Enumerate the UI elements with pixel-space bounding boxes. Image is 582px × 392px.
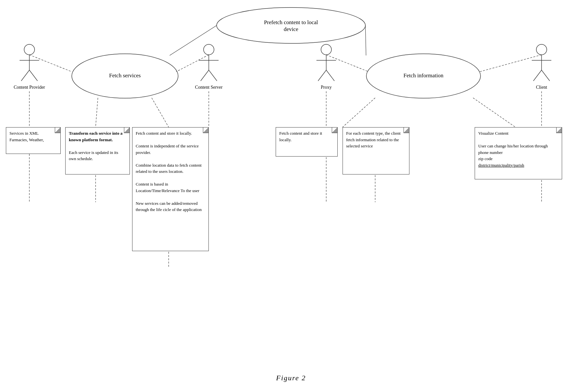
svg-line-19 bbox=[201, 70, 209, 81]
svg-line-7 bbox=[170, 25, 217, 55]
svg-line-33 bbox=[533, 70, 542, 81]
note-visualize: Visualize ContentUser can change his/her… bbox=[475, 127, 562, 179]
note-fetch-store-proxy: Fetch content and store it locally. bbox=[276, 127, 338, 157]
svg-point-9 bbox=[24, 44, 35, 55]
note-fetch-store-proxy-text: Fetch content and store it locally. bbox=[279, 131, 322, 142]
svg-line-12 bbox=[21, 70, 29, 81]
svg-line-37 bbox=[29, 55, 72, 72]
diagram-svg: Prefetch content to local device Fetch s… bbox=[0, 0, 582, 392]
svg-text:Content Server: Content Server bbox=[195, 85, 223, 90]
svg-point-30 bbox=[536, 44, 547, 55]
svg-point-0 bbox=[217, 8, 365, 43]
note-fetch-store-content-text: Fetch content and store it locally.Conte… bbox=[136, 131, 202, 212]
svg-line-41 bbox=[96, 98, 98, 127]
svg-line-44 bbox=[473, 98, 515, 127]
note-content-type: For each content type, the client fetch … bbox=[343, 127, 409, 174]
figure-label: Figure 2 bbox=[276, 374, 306, 382]
svg-line-38 bbox=[176, 55, 209, 72]
svg-line-27 bbox=[326, 70, 334, 81]
svg-text:Fetch information: Fetch information bbox=[404, 72, 444, 79]
svg-line-40 bbox=[480, 55, 542, 72]
note-services-xml: Services in XMLFarmacies, Weather, bbox=[6, 127, 61, 154]
diagram-container: Prefetch content to local device Fetch s… bbox=[0, 0, 582, 392]
svg-text:device: device bbox=[284, 26, 298, 32]
svg-point-23 bbox=[321, 44, 331, 55]
svg-line-34 bbox=[542, 70, 550, 81]
svg-line-20 bbox=[209, 70, 217, 81]
note-fetch-store-content: Fetch content and store it locally.Conte… bbox=[132, 127, 209, 251]
note-visualize-text: Visualize ContentUser can change his/her… bbox=[478, 131, 548, 168]
svg-text:Client: Client bbox=[536, 85, 547, 90]
svg-line-8 bbox=[365, 25, 366, 55]
note-transform-text: Transform each service into a known plat… bbox=[69, 131, 122, 161]
svg-line-43 bbox=[343, 98, 375, 127]
svg-line-39 bbox=[326, 55, 369, 72]
svg-line-26 bbox=[318, 70, 326, 81]
svg-line-42 bbox=[152, 98, 169, 127]
note-services-xml-text: Services in XMLFarmacies, Weather, bbox=[9, 131, 44, 142]
svg-text:Content Provider: Content Provider bbox=[14, 85, 45, 90]
svg-text:Proxy: Proxy bbox=[321, 85, 331, 90]
svg-point-16 bbox=[204, 44, 214, 55]
svg-text:Prefetch content to local: Prefetch content to local bbox=[264, 19, 318, 25]
note-content-type-text: For each content type, the client fetch … bbox=[346, 131, 401, 148]
note-transform: Transform each service into a known plat… bbox=[65, 127, 130, 174]
svg-text:Fetch services: Fetch services bbox=[109, 72, 141, 79]
svg-line-13 bbox=[29, 70, 38, 81]
